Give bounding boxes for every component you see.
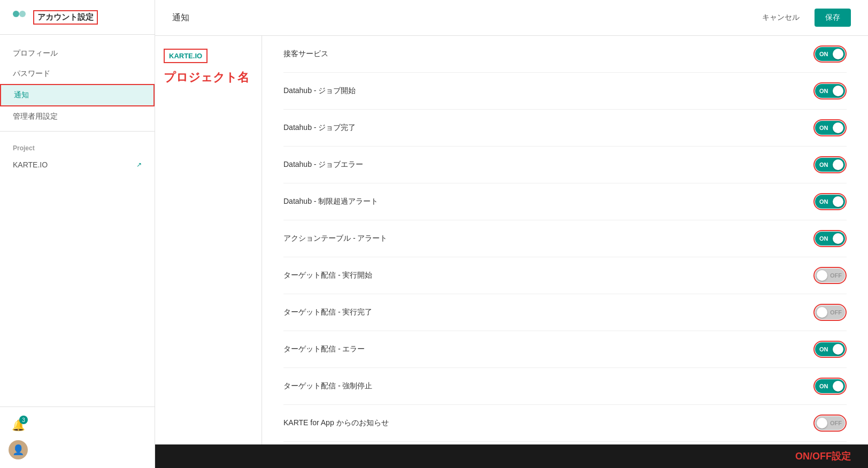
toggle-label: ON <box>819 198 828 205</box>
sidebar-item-admin[interactable]: 管理者用設定 <box>0 106 155 127</box>
bottom-bar: ON/OFF設定 <box>155 444 868 468</box>
notification-toggle-n1[interactable]: ON <box>815 47 845 61</box>
notification-label: Datahub - ジョブ完了 <box>283 123 356 133</box>
toggle-label: OFF <box>830 309 842 316</box>
notification-label: Datahub - 制限超過アラート <box>283 197 378 206</box>
sidebar-item-karte[interactable]: KARTE.IO ↗ <box>0 155 155 174</box>
notification-label: ターゲット配信 - 実行完了 <box>283 308 372 317</box>
toggle-label: OFF <box>830 272 842 279</box>
sidebar-nav: プロフィール パスワード 通知 管理者用設定 Project KARTE.IO … <box>0 35 155 183</box>
notification-toggle-n5[interactable]: ON <box>815 195 845 209</box>
toggle-label: ON <box>819 162 828 168</box>
bell-wrapper[interactable]: 🔔 3 <box>9 416 28 435</box>
toggle-wrapper: ON <box>813 230 847 247</box>
svg-point-1 <box>19 11 26 17</box>
toggle-label: ON <box>819 383 828 389</box>
notification-label: ターゲット配信 - エラー <box>283 344 365 354</box>
notification-label: ターゲット配信 - 実行開始 <box>283 271 372 280</box>
notification-row: ターゲット配信 - 実行開始OFF <box>283 257 847 294</box>
notification-toggle-n10[interactable]: ON <box>815 379 845 393</box>
notification-toggle-n2[interactable]: ON <box>815 84 845 98</box>
notification-toggle-n11[interactable]: OFF <box>815 416 845 430</box>
toggle-knob <box>833 49 843 59</box>
notification-toggle-n4[interactable]: ON <box>815 158 845 172</box>
notification-toggle-n7[interactable]: OFF <box>815 268 845 282</box>
toggle-label: ON <box>819 51 828 57</box>
toggle-wrapper: ON <box>813 119 847 136</box>
toggle-wrapper: ON <box>813 341 847 358</box>
top-bar-actions: キャンセル 保存 <box>754 9 851 27</box>
bell-badge: 3 <box>19 416 28 424</box>
sidebar: アカウント設定 プロフィール パスワード 通知 管理者用設定 Project K… <box>0 0 155 468</box>
toggle-wrapper: ON <box>813 82 847 99</box>
toggle-knob <box>833 233 843 244</box>
notification-list: 接客サービスONDatahub - ジョブ開始ONDatahub - ジョブ完了… <box>262 36 868 444</box>
notification-row: Datahub - ジョブ完了ON <box>283 110 847 147</box>
external-link-icon: ↗ <box>136 161 142 168</box>
sidebar-item-password[interactable]: パスワード <box>0 64 155 84</box>
notification-label: KARTE for App からのお知らせ <box>283 418 389 428</box>
project-section-label: Project <box>0 136 155 155</box>
project-sidebar: KARTE.IO プロジェクト名 <box>155 36 262 444</box>
toggle-wrapper: OFF <box>813 267 847 284</box>
notification-row: ターゲット配信 - 強制停止ON <box>283 368 847 405</box>
sidebar-title: アカウント設定 <box>33 10 98 25</box>
toggle-wrapper: ON <box>813 156 847 173</box>
notification-row: ターゲット配信 - エラーON <box>283 331 847 368</box>
sidebar-header: アカウント設定 <box>0 0 155 35</box>
notification-label: アクションテーブル - アラート <box>283 234 387 243</box>
toggle-knob <box>833 159 843 170</box>
notification-row: Datahub - ジョブ開始ON <box>283 73 847 110</box>
toggle-knob <box>833 196 843 207</box>
notification-row: アクションテーブル - アラートON <box>283 220 847 257</box>
toggle-label: ON <box>819 125 828 131</box>
svg-point-0 <box>13 11 19 17</box>
notification-label: ターゲット配信 - 強制停止 <box>283 381 372 391</box>
content-area: KARTE.IO プロジェクト名 接客サービスONDatahub - ジョブ開始… <box>155 36 868 444</box>
notification-toggle-n9[interactable]: ON <box>815 342 845 356</box>
save-button[interactable]: 保存 <box>815 9 851 27</box>
notification-row: KARTE for App からのお知らせOFF <box>283 405 847 442</box>
toggle-wrapper: OFF <box>813 415 847 432</box>
toggle-label: ON <box>819 88 828 94</box>
toggle-knob <box>833 381 843 392</box>
bottom-label: ON/OFF設定 <box>795 450 851 463</box>
notification-label: 接客サービス <box>283 49 328 59</box>
toggle-wrapper: ON <box>813 45 847 63</box>
project-name: KARTE.IO <box>164 49 208 63</box>
toggle-knob <box>817 418 827 428</box>
sidebar-bottom: 🔔 3 👤 <box>0 406 155 468</box>
notification-label: Datahub - ジョブエラー <box>283 160 363 170</box>
cancel-button[interactable]: キャンセル <box>754 9 808 27</box>
nav-divider <box>0 131 155 132</box>
page-title: 通知 <box>172 12 189 24</box>
toggle-wrapper: OFF <box>813 304 847 321</box>
toggle-label: ON <box>819 235 828 242</box>
avatar-icon: 👤 <box>12 444 24 456</box>
toggle-label: OFF <box>830 420 842 426</box>
main: 通知 キャンセル 保存 KARTE.IO プロジェクト名 接客サービスONDat… <box>155 0 868 468</box>
toggle-wrapper: ON <box>813 378 847 395</box>
toggle-label: ON <box>819 346 828 352</box>
notification-row: Datahub - 制限超過アラートON <box>283 183 847 220</box>
top-bar: 通知 キャンセル 保存 <box>155 0 868 36</box>
toggle-knob <box>833 344 843 355</box>
toggle-knob <box>817 270 827 281</box>
notification-row: 接客サービスON <box>283 36 847 73</box>
toggle-knob <box>817 307 827 318</box>
sidebar-item-profile[interactable]: プロフィール <box>0 43 155 64</box>
toggle-wrapper: ON <box>813 193 847 210</box>
notification-row: Datahub - ジョブエラーON <box>283 147 847 183</box>
notification-toggle-n8[interactable]: OFF <box>815 305 845 319</box>
notification-row: ターゲット配信 - 実行完了OFF <box>283 294 847 331</box>
notification-toggle-n6[interactable]: ON <box>815 232 845 245</box>
sidebar-item-notifications[interactable]: 通知 <box>0 84 155 106</box>
toggle-knob <box>833 86 843 96</box>
notification-label: Datahub - ジョブ開始 <box>283 86 356 96</box>
project-label: プロジェクト名 <box>164 70 253 86</box>
toggle-knob <box>833 122 843 133</box>
logo-icon <box>11 9 28 26</box>
notification-toggle-n3[interactable]: ON <box>815 121 845 135</box>
avatar[interactable]: 👤 <box>9 440 28 459</box>
